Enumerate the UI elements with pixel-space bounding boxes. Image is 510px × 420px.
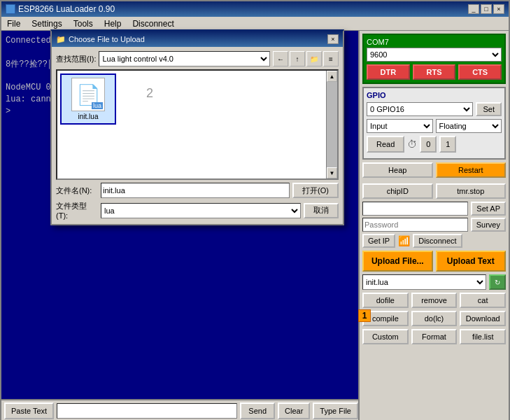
- gpio-set-button[interactable]: Set: [476, 102, 502, 116]
- gpio-title: GPIO: [367, 91, 502, 99]
- lua-badge: lua: [92, 102, 103, 109]
- dialog-file-list: 📄 lua init.lua 2: [57, 71, 326, 178]
- cts-button[interactable]: CTS: [458, 64, 502, 80]
- dialog-title-text: Choose File to Upload: [69, 35, 145, 43]
- chipid-button[interactable]: chipID: [362, 183, 433, 199]
- dialog-empty-icon: 2: [133, 76, 167, 110]
- tmrstop-button[interactable]: tmr.stop: [436, 183, 507, 199]
- dialog-filename-row: 文件名(N): 打开(O): [56, 183, 339, 198]
- heap-button[interactable]: Heap: [362, 162, 433, 178]
- wifi-section: Set AP Survey Get IP 📶 Disconnect: [362, 202, 506, 248]
- filelist-button[interactable]: file.list: [460, 329, 506, 344]
- window-controls: _ □ ×: [468, 4, 504, 14]
- cat-button[interactable]: cat: [460, 293, 506, 308]
- baud-rate-select[interactable]: 9600 115200 57600: [367, 48, 502, 62]
- gpio-read-button[interactable]: Read: [367, 136, 404, 153]
- ap-input[interactable]: [362, 202, 468, 216]
- dialog-title: 📁 Choose File to Upload: [56, 35, 145, 44]
- scrollbar-down-button[interactable]: ▼: [327, 167, 337, 178]
- actions-row-3: Custom Format file.list: [362, 329, 506, 344]
- actions-row-2: compile do(lc) Download: [362, 311, 506, 326]
- disconnect-button[interactable]: Disconnect: [413, 234, 462, 248]
- com-section: COM7 9600 115200 57600 DTR RTS CTS: [362, 34, 506, 84]
- custom-button[interactable]: Custom: [362, 329, 409, 344]
- dialog-new-folder-button[interactable]: 📁: [306, 51, 322, 66]
- gpio-section: GPIO 0 GPIO16 1 GPIO5 Set Input Output F…: [362, 87, 506, 160]
- restart-button[interactable]: Restart: [436, 162, 507, 178]
- right-panel: COM7 9600 115200 57600 DTR RTS CTS GPIO: [358, 31, 509, 420]
- file-select[interactable]: init.lua: [362, 274, 486, 290]
- dialog-back-button[interactable]: ←: [273, 51, 288, 66]
- text-input[interactable]: [57, 403, 237, 419]
- dialog-filetype-select[interactable]: lua *.*: [101, 203, 301, 218]
- dialog-cancel-button[interactable]: 取消: [304, 203, 339, 218]
- upload-file-button[interactable]: Upload File...: [362, 251, 433, 272]
- getip-button[interactable]: Get IP: [362, 234, 395, 248]
- type-file-button[interactable]: Type File: [313, 402, 358, 419]
- file-dialog: 📁 Choose File to Upload × 查找范围(I): Lua l…: [50, 29, 344, 225]
- menu-tools[interactable]: Tools: [71, 18, 96, 29]
- file-selector-row: init.lua ↻: [362, 274, 506, 290]
- gpio-pull-select[interactable]: Floating Pullup: [436, 119, 502, 133]
- dialog-scrollbar[interactable]: ▲ ▼: [326, 71, 337, 178]
- clear-button[interactable]: Clear: [278, 402, 310, 419]
- menu-file[interactable]: File: [4, 18, 23, 29]
- baud-row: 9600 115200 57600: [367, 48, 502, 62]
- dialog-toolbar: ← ↑ 📁 ≡: [273, 51, 339, 66]
- format-button[interactable]: Format: [411, 329, 458, 344]
- rts-button[interactable]: RTS: [413, 64, 456, 80]
- menu-disconnect[interactable]: Disconnect: [129, 18, 176, 29]
- window-title: ESP8266 LuaLoader 0.90: [18, 4, 115, 14]
- dialog-file-icon-initlua: 📄 lua: [71, 78, 105, 111]
- dialog-file-item-initlua[interactable]: 📄 lua init.lua: [60, 74, 116, 125]
- dialog-location-select[interactable]: Lua light control v4.0: [99, 51, 270, 66]
- refresh-icon: ↻: [495, 279, 500, 286]
- gpio-bit0-button[interactable]: 0: [420, 136, 437, 153]
- gpio-mode-select[interactable]: Input Output: [367, 119, 433, 133]
- wifi-ap-row: Set AP: [362, 202, 506, 216]
- scrollbar-up-button[interactable]: ▲: [327, 71, 337, 82]
- dialog-open-button[interactable]: 打开(O): [292, 183, 339, 198]
- file-refresh-button[interactable]: ↻: [489, 274, 506, 290]
- password-input[interactable]: [362, 218, 468, 232]
- dolc-button[interactable]: do(lc): [411, 311, 458, 326]
- dialog-title-bar: 📁 Choose File to Upload ×: [52, 31, 343, 47]
- wifi-icon: 📶: [398, 235, 410, 246]
- dialog-filename-input[interactable]: [101, 183, 290, 198]
- heap-restart-row: Heap Restart: [362, 162, 506, 178]
- dialog-view-button[interactable]: ≡: [323, 51, 339, 66]
- dofile-button[interactable]: dofile: [362, 293, 409, 308]
- dialog-location-label: 查找范围(I):: [56, 54, 96, 64]
- gpio-read-row: Read ⏱ 0 1: [367, 136, 502, 153]
- setap-button[interactable]: Set AP: [471, 202, 506, 216]
- menu-settings[interactable]: Settings: [29, 18, 64, 29]
- dialog-filetype-row: 文件类型(T): lua *.* 取消: [56, 201, 339, 220]
- menu-bar: File Settings Tools Help Disconnect: [1, 17, 509, 31]
- bottom-bar: Paste Text Send Clear Type File: [1, 399, 358, 420]
- menu-help[interactable]: Help: [101, 18, 125, 29]
- title-bar: ESP8266 LuaLoader 0.90 _ □ ×: [1, 1, 509, 17]
- dtr-rts-row: DTR RTS CTS: [367, 64, 502, 80]
- dialog-close-button[interactable]: ×: [327, 34, 339, 44]
- actions-row-1: dofile remove cat: [362, 293, 506, 308]
- com-title: COM7: [367, 38, 502, 46]
- send-button[interactable]: Send: [240, 402, 275, 419]
- minimize-button[interactable]: _: [468, 4, 479, 14]
- wifi-getip-row: Get IP 📶 Disconnect: [362, 234, 506, 248]
- remove-button[interactable]: remove: [411, 293, 458, 308]
- dialog-up-button[interactable]: ↑: [290, 51, 305, 66]
- gpio-pin-select[interactable]: 0 GPIO16 1 GPIO5: [367, 102, 473, 116]
- maximize-button[interactable]: □: [481, 4, 492, 14]
- badge-1: 1: [358, 309, 371, 322]
- paste-text-button[interactable]: Paste Text: [4, 402, 54, 419]
- close-button[interactable]: ×: [493, 4, 504, 14]
- gpio-bit1-button[interactable]: 1: [439, 136, 456, 153]
- wifi-pass-row: Survey: [362, 218, 506, 232]
- download-button[interactable]: Download: [460, 311, 506, 326]
- dialog-empty-label: 2: [146, 86, 153, 101]
- upload-text-button[interactable]: Upload Text: [436, 251, 507, 272]
- survey-button[interactable]: Survey: [471, 218, 506, 232]
- upload-row: Upload File... Upload Text: [362, 251, 506, 272]
- dtr-button[interactable]: DTR: [367, 64, 410, 80]
- gpio-pin-row: 0 GPIO16 1 GPIO5 Set: [367, 102, 502, 116]
